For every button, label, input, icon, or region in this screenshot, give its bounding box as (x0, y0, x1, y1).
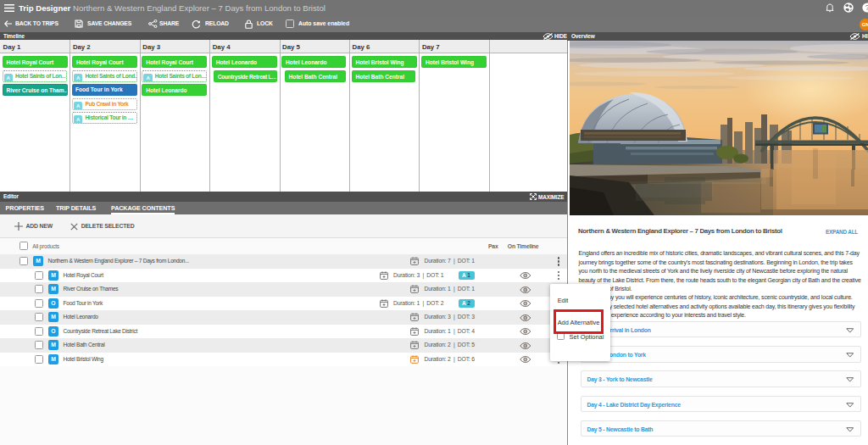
svg-text:?: ? (865, 3, 868, 12)
